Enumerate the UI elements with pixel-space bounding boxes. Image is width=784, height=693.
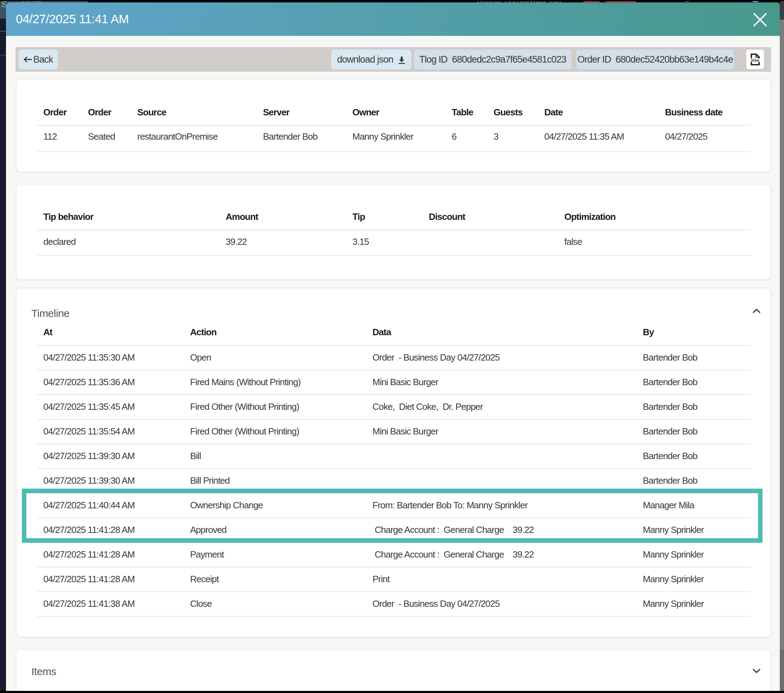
svg-text:xlsx: xlsx xyxy=(751,57,759,62)
